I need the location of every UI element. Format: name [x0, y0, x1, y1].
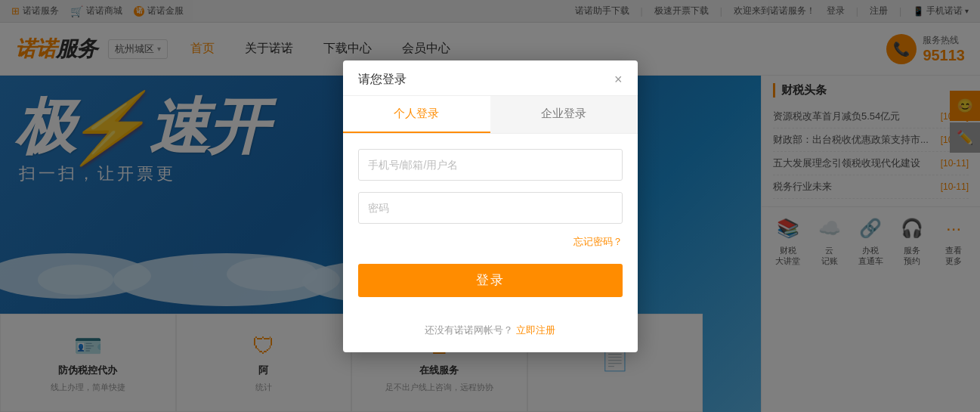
modal-header: 请您登录 × [343, 60, 638, 96]
login-modal: 请您登录 × 个人登录 企业登录 忘记密码？ 登录 还没有诺诺网帐号？ 立即注册 [343, 60, 638, 352]
modal-body: 忘记密码？ 登录 [343, 134, 638, 312]
username-input[interactable] [358, 149, 623, 181]
modal-tabs: 个人登录 企业登录 [343, 96, 638, 134]
modal-close-button[interactable]: × [614, 73, 623, 86]
tab-personal-login[interactable]: 个人登录 [343, 96, 490, 133]
password-input[interactable] [358, 192, 623, 224]
login-overlay: 请您登录 × 个人登录 企业登录 忘记密码？ 登录 还没有诺诺网帐号？ 立即注册 [0, 0, 980, 412]
forgot-password-link[interactable]: 忘记密码？ [358, 235, 623, 249]
tab-enterprise-login[interactable]: 企业登录 [490, 96, 638, 133]
register-link[interactable]: 立即注册 [516, 324, 555, 336]
modal-footer: 还没有诺诺网帐号？ 立即注册 [343, 312, 638, 352]
login-submit-button[interactable]: 登录 [358, 264, 623, 297]
no-account-text: 还没有诺诺网帐号？ [425, 324, 513, 336]
modal-title: 请您登录 [358, 72, 407, 88]
